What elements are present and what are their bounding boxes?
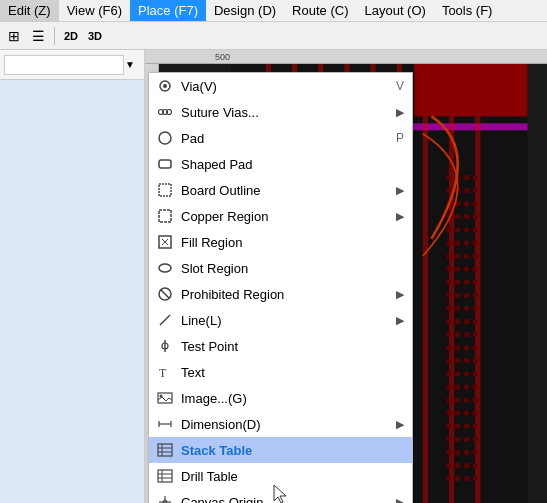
svg-point-153 [163, 84, 167, 88]
suture-vias-label: Suture Vias... [181, 105, 392, 120]
svg-point-83 [446, 266, 451, 271]
svg-rect-158 [159, 160, 171, 168]
menu-item-fill-region[interactable]: Fill Region [149, 229, 412, 255]
svg-point-124 [455, 397, 460, 402]
svg-point-73 [464, 227, 469, 232]
svg-point-122 [473, 384, 478, 389]
menubar-item-edit[interactable]: Edit (Z) [0, 0, 59, 21]
svg-point-120 [455, 384, 460, 389]
menu-item-copper-region[interactable]: Copper Region ▶ [149, 203, 412, 229]
svg-point-61 [464, 188, 469, 193]
svg-point-86 [473, 266, 478, 271]
svg-line-164 [161, 290, 170, 299]
svg-rect-174 [158, 444, 172, 456]
svg-point-102 [473, 319, 478, 324]
menu-item-prohibited-region[interactable]: Prohibited Region ▶ [149, 281, 412, 307]
menu-item-drill-table[interactable]: Drill Table [149, 463, 412, 489]
menubar-item-design[interactable]: Design (D) [206, 0, 284, 21]
toolbar-3d-button[interactable]: 3D [85, 26, 105, 46]
svg-point-136 [455, 437, 460, 442]
svg-line-165 [160, 315, 170, 325]
toolbar-list-icon[interactable]: ☰ [28, 26, 48, 46]
svg-point-68 [455, 214, 460, 219]
svg-point-145 [464, 463, 469, 468]
menu-item-slot-region[interactable]: Slot Region [149, 255, 412, 281]
image-label: Image...(G) [181, 391, 404, 406]
menubar-item-tools[interactable]: Tools (F) [434, 0, 501, 21]
svg-point-70 [473, 214, 478, 219]
svg-point-142 [473, 450, 478, 455]
menu-item-image[interactable]: Image...(G) [149, 385, 412, 411]
dropdown-menu: Via(V) V Suture Vias... ▶ Pad P Shaped P… [148, 72, 413, 503]
svg-point-140 [455, 450, 460, 455]
menu-item-text[interactable]: T Text [149, 359, 412, 385]
menubar-item-place[interactable]: Place (F7) [130, 0, 206, 21]
svg-point-92 [455, 293, 460, 298]
svg-point-129 [464, 410, 469, 415]
menu-item-board-outline[interactable]: Board Outline ▶ [149, 177, 412, 203]
ruler-label: 500 [215, 52, 230, 62]
toolbar-2d-button[interactable]: 2D [61, 26, 81, 46]
svg-point-135 [446, 437, 451, 442]
svg-point-141 [464, 450, 469, 455]
shaped-pad-icon [155, 154, 175, 174]
dimension-arrow: ▶ [396, 418, 404, 431]
svg-point-125 [464, 397, 469, 402]
svg-point-80 [455, 253, 460, 258]
svg-point-128 [455, 410, 460, 415]
copper-region-label: Copper Region [181, 209, 392, 224]
svg-point-88 [455, 280, 460, 285]
svg-point-87 [446, 280, 451, 285]
menu-item-line[interactable]: Line(L) ▶ [149, 307, 412, 333]
menu-item-stack-table[interactable]: Stack Table [149, 437, 412, 463]
svg-point-93 [464, 293, 469, 298]
svg-point-81 [464, 253, 469, 258]
left-panel-top: ▼ [0, 50, 144, 80]
menu-item-canvas-origin[interactable]: Canvas Origin ▶ [149, 489, 412, 503]
drill-table-label: Drill Table [181, 469, 404, 484]
svg-point-157 [159, 132, 171, 144]
search-input[interactable] [4, 55, 124, 75]
menubar-item-layout[interactable]: Layout (O) [356, 0, 433, 21]
menu-item-suture-vias[interactable]: Suture Vias... ▶ [149, 99, 412, 125]
svg-point-94 [473, 293, 478, 298]
svg-text:T: T [159, 366, 167, 380]
svg-point-79 [446, 253, 451, 258]
svg-point-170 [160, 395, 163, 398]
svg-point-69 [464, 214, 469, 219]
menu-item-via[interactable]: Via(V) V [149, 73, 412, 99]
svg-point-91 [446, 293, 451, 298]
menu-item-test-point[interactable]: Test Point [149, 333, 412, 359]
canvas-origin-icon [155, 492, 175, 503]
svg-point-144 [455, 463, 460, 468]
svg-point-118 [473, 371, 478, 376]
svg-point-100 [455, 319, 460, 324]
menu-item-dimension[interactable]: Dimension(D) ▶ [149, 411, 412, 437]
menubar-item-route[interactable]: Route (C) [284, 0, 356, 21]
svg-point-119 [446, 384, 451, 389]
shaped-pad-label: Shaped Pad [181, 157, 404, 172]
svg-point-76 [455, 240, 460, 245]
svg-point-84 [455, 266, 460, 271]
svg-point-114 [473, 358, 478, 363]
scroll-arrow[interactable]: ▼ [124, 59, 136, 70]
left-panel-content [0, 80, 144, 503]
menu-item-shaped-pad[interactable]: Shaped Pad [149, 151, 412, 177]
image-icon [155, 388, 175, 408]
drill-table-icon [155, 466, 175, 486]
menubar-item-view[interactable]: View (F6) [59, 0, 130, 21]
board-outline-icon [155, 180, 175, 200]
svg-point-131 [446, 424, 451, 429]
svg-point-112 [455, 358, 460, 363]
svg-rect-159 [159, 184, 171, 196]
board-outline-arrow: ▶ [396, 184, 404, 197]
svg-rect-178 [158, 470, 172, 482]
menubar: Edit (Z) View (F6) Place (F7) Design (D)… [0, 0, 547, 22]
text-icon: T [155, 362, 175, 382]
toolbar-grid-icon[interactable]: ⊞ [4, 26, 24, 46]
fill-region-icon [155, 232, 175, 252]
text-label: Text [181, 365, 404, 380]
menu-item-pad[interactable]: Pad P [149, 125, 412, 151]
svg-point-126 [473, 397, 478, 402]
svg-point-97 [464, 306, 469, 311]
